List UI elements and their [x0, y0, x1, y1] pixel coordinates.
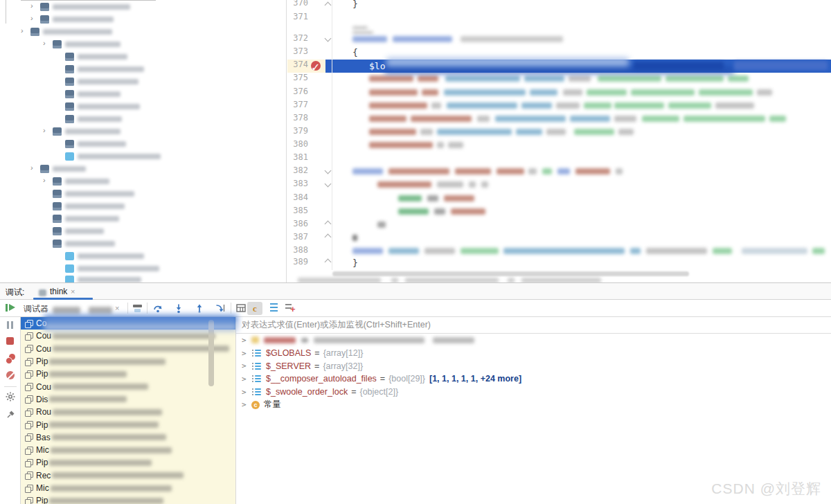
code-editor[interactable]: 370 371 372 373 374 375 376 377 378 379 … [287, 0, 831, 282]
expand-chevron-icon[interactable]: > [242, 400, 251, 409]
frame-row[interactable]: Dis [21, 393, 235, 406]
line-number[interactable]: 375 [289, 73, 308, 82]
line-number[interactable]: 385 [289, 206, 308, 215]
frame-row[interactable]: Cou [21, 380, 235, 393]
pause-icon-bar [11, 321, 13, 329]
debug-session-tab[interactable]: think [50, 287, 67, 296]
line-number[interactable]: 384 [289, 192, 308, 202]
horizontal-scrollbar[interactable] [332, 271, 689, 276]
resume-icon-arrow[interactable] [9, 304, 15, 311]
blurred-text [49, 359, 166, 365]
blurred-text [630, 248, 641, 254]
frame-row[interactable]: Pip [21, 355, 235, 368]
blurred-text [437, 142, 444, 148]
fold-marker[interactable] [325, 259, 332, 266]
debugger-actions-sidebar [0, 317, 21, 504]
expand-chevron-icon[interactable]: > [242, 349, 251, 358]
variable-row-redacted[interactable]: > [236, 334, 831, 347]
blurred-text [352, 248, 383, 254]
tab-close-icon[interactable]: × [115, 304, 119, 312]
blurred-text [231, 303, 231, 314]
pin-icon[interactable] [6, 410, 15, 419]
hide-frames-icon[interactable] [133, 305, 142, 307]
line-number[interactable]: 388 [289, 245, 308, 255]
frame-row[interactable]: Pip [21, 494, 235, 504]
step-over-icon[interactable] [152, 303, 163, 314]
line-number[interactable]: 380 [289, 139, 308, 149]
expand-chevron-icon[interactable]: > [242, 388, 251, 397]
line-number[interactable]: 386 [289, 219, 308, 228]
add-watch-icon[interactable]: + [285, 303, 296, 314]
frame-label: Dis [36, 395, 48, 404]
variable-row[interactable]: > $__composer_autoload_files = {bool[29]… [236, 372, 831, 386]
variable-row[interactable]: > $GLOBALS = {array[12]} [236, 347, 831, 360]
blurred-text [65, 102, 74, 111]
expand-chevron-icon[interactable]: > [242, 361, 251, 370]
variable-row[interactable]: > $_SERVER = {array[32]} [236, 359, 831, 372]
fold-marker[interactable] [325, 2, 332, 9]
frame-row[interactable]: Pip [21, 456, 235, 469]
blurred-text [728, 75, 749, 82]
frame-row[interactable]: Pip [21, 418, 235, 431]
step-out-icon[interactable] [194, 303, 205, 314]
line-number[interactable]: 377 [289, 100, 308, 109]
resume-icon[interactable] [6, 304, 8, 312]
frame-row[interactable]: Rou [21, 406, 235, 418]
blurred-text [411, 116, 472, 122]
frame-row[interactable]: Bas [21, 431, 235, 444]
fold-marker[interactable] [325, 234, 332, 241]
frame-row[interactable]: Cou [21, 343, 235, 355]
expand-chevron-icon[interactable]: > [242, 336, 251, 345]
constants-row[interactable]: > c 常量 [236, 398, 831, 411]
fold-marker[interactable] [325, 168, 332, 174]
layout-settings-icon[interactable] [235, 303, 247, 314]
line-number[interactable]: 374 [289, 60, 308, 69]
fold-marker[interactable] [325, 221, 332, 228]
blurred-text [78, 66, 144, 72]
settings-gear-icon[interactable] [6, 392, 15, 402]
line-number[interactable]: 387 [289, 232, 308, 242]
fold-marker[interactable] [325, 181, 332, 188]
code-token: } [352, 258, 358, 268]
tab-debugger[interactable]: 调试器 [24, 303, 48, 315]
line-number[interactable]: 389 [289, 257, 308, 267]
breakpoint-icon[interactable]: ✓ [311, 61, 321, 71]
blurred-text [53, 409, 162, 415]
frame-icon [25, 497, 33, 504]
blurred-text [30, 28, 39, 36]
expand-chevron-icon[interactable]: > [242, 375, 251, 384]
blurred-text [78, 54, 127, 60]
step-into-icon[interactable] [173, 303, 184, 314]
frame-row[interactable]: Cou [21, 330, 235, 342]
line-number[interactable]: 383 [289, 179, 308, 188]
watch-expression-input[interactable]: 对表达式求值(Enter)或添加监视(Ctrl+Shift+Enter) [236, 317, 831, 334]
show-constants-toggle[interactable]: c [247, 302, 262, 315]
line-number[interactable]: 379 [289, 126, 308, 136]
variable-row[interactable]: > $_swoole_order_lock = {object[2]} [236, 386, 831, 399]
line-number[interactable]: 381 [289, 152, 308, 162]
frame-row[interactable]: Mic [21, 444, 235, 456]
session-close-icon[interactable]: × [71, 287, 75, 296]
tab-output-redacted[interactable] [89, 307, 112, 314]
frame-row[interactable]: Mic [21, 482, 235, 494]
tab-console-redacted[interactable] [53, 307, 80, 314]
blurred-text [742, 248, 807, 254]
frame-row[interactable]: Rec [21, 469, 235, 482]
line-number[interactable]: 373 [289, 46, 308, 56]
fold-marker[interactable] [325, 35, 332, 42]
run-to-cursor-icon[interactable] [215, 303, 226, 314]
line-number[interactable]: 378 [289, 113, 308, 123]
pause-icon[interactable] [7, 321, 9, 329]
line-number[interactable]: 382 [289, 165, 308, 175]
frame-row[interactable]: Pip [21, 368, 235, 380]
line-number[interactable]: 376 [289, 87, 308, 96]
stop-icon[interactable] [6, 337, 14, 345]
blurred-text [301, 338, 308, 343]
blurred-text [812, 248, 825, 254]
frame-icon [25, 345, 33, 352]
line-number[interactable]: 370 [289, 0, 308, 8]
frame-icon [25, 383, 33, 390]
line-number[interactable]: 372 [289, 33, 308, 43]
line-number[interactable]: 371 [289, 12, 308, 21]
frame-label: Rou [36, 407, 51, 417]
